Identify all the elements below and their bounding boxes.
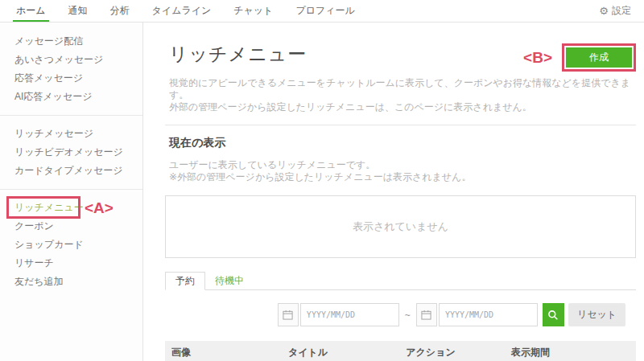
settings-label: 設定: [612, 4, 631, 18]
current-display-title: 現在の表示: [169, 136, 636, 150]
sidebar-item-card-type-message[interactable]: カードタイプメッセージ: [0, 162, 142, 180]
current-display-description: ユーザーに表示しているリッチメニューです。 ※外部の管理ページから設定したリッチ…: [169, 159, 636, 183]
calendar-icon: [421, 310, 431, 320]
nav-item-profile[interactable]: プロフィール: [292, 0, 357, 22]
column-header-action: アクション: [366, 346, 495, 359]
gear-icon: ⚙: [599, 6, 609, 16]
nav-item-notifications[interactable]: 通知: [65, 0, 91, 22]
current-display-line2: ※外部の管理ページから設定したリッチメニューは表示されません。: [169, 171, 636, 183]
top-navigation-bar: ホーム 通知 分析 タイムライン チャット プロフィール ⚙ 設定: [0, 0, 644, 23]
page-title: リッチメニュー: [169, 42, 307, 67]
column-header-image: 画像: [165, 346, 250, 359]
page-description-line2: 外部の管理ページから設定したリッチメニューは、このページに表示されません。: [169, 101, 636, 113]
sidebar-item-rich-menu[interactable]: リッチメニュー <A>: [0, 199, 142, 217]
sidebar-item-ai-response[interactable]: AI応答メッセージ: [0, 88, 142, 106]
column-header-period: 表示期間: [495, 346, 566, 359]
page-description-line1: 視覚的にアピールできるメニューをチャットルームに表示して、クーポンやお得な情報な…: [169, 77, 636, 101]
calendar-end-button[interactable]: [416, 303, 437, 326]
sidebar-divider: [0, 189, 142, 190]
nav-item-timeline[interactable]: タイムライン: [149, 0, 215, 22]
sidebar-item-message-broadcast[interactable]: メッセージ配信: [0, 32, 142, 51]
sidebar-divider: [0, 115, 142, 116]
annotation-box-b: 作成: [562, 43, 636, 72]
current-display-empty-state: 表示されていません: [165, 195, 636, 258]
tab-scheduled[interactable]: 予約: [165, 272, 205, 290]
annotation-label-b: <B>: [523, 49, 552, 67]
column-header-title: タイトル: [250, 346, 366, 359]
richmenu-table-header: 画像 タイトル アクション 表示期間: [165, 341, 636, 361]
calendar-start-button[interactable]: [278, 303, 299, 326]
calendar-icon: [283, 310, 293, 320]
end-date-input[interactable]: [439, 303, 538, 326]
empty-state-text: 表示されていません: [353, 219, 448, 234]
page-description: 視覚的にアピールできるメニューをチャットルームに表示して、クーポンやお得な情報な…: [169, 77, 636, 113]
date-range-separator: ~: [405, 310, 411, 321]
nav-item-analytics[interactable]: 分析: [107, 0, 133, 22]
section-divider: [165, 125, 636, 125]
nav-item-home[interactable]: ホーム: [13, 0, 49, 22]
start-date-input[interactable]: [300, 303, 399, 326]
sidebar-item-rich-message[interactable]: リッチメッセージ: [0, 125, 142, 143]
reset-button[interactable]: リセット: [568, 303, 625, 326]
sidebar-item-shop-card[interactable]: ショップカード: [0, 236, 142, 254]
create-button[interactable]: 作成: [566, 47, 632, 68]
sidebar-item-auto-response[interactable]: 応答メッセージ: [0, 69, 142, 88]
sidebar-item-rich-video-message[interactable]: リッチビデオメッセージ: [0, 143, 142, 162]
sidebar-item-add-friends[interactable]: 友だち追加: [0, 273, 142, 291]
sidebar-item-greeting-message[interactable]: あいさつメッセージ: [0, 51, 142, 69]
search-icon: [547, 310, 559, 321]
tab-standby[interactable]: 待機中: [205, 272, 254, 289]
settings-link[interactable]: ⚙ 設定: [599, 0, 631, 22]
sidebar-item-coupon[interactable]: クーポン: [0, 217, 142, 236]
search-button[interactable]: [543, 303, 564, 326]
date-filter-row: ~ リセット: [165, 303, 636, 326]
sidebar: メッセージ配信 あいさつメッセージ 応答メッセージ AI応答メッセージ リッチメ…: [0, 23, 143, 361]
main-content: リッチメニュー <B> 作成 視覚的にアピールできるメニューをチャットルームに表…: [143, 23, 644, 361]
current-display-line1: ユーザーに表示しているリッチメニューです。: [169, 159, 636, 171]
nav-item-chat[interactable]: チャット: [230, 0, 276, 22]
sidebar-item-research[interactable]: リサーチ: [0, 254, 142, 273]
annotation-label-a: <A>: [85, 199, 114, 217]
tab-bar: 予約 待機中: [165, 272, 636, 290]
